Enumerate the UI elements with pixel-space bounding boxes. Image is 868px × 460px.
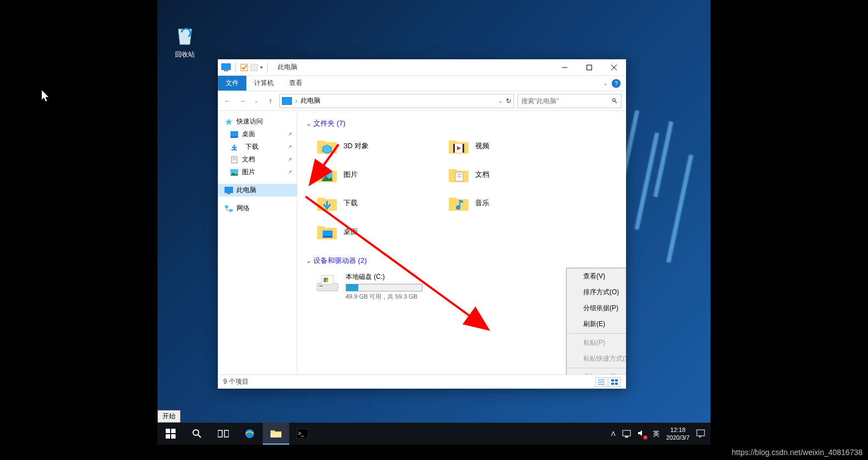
context-menu-add-network[interactable]: 添加一个网络位置(L) bbox=[567, 369, 626, 374]
window-title: 此电脑 bbox=[278, 63, 297, 72]
drive-space-bar bbox=[346, 284, 422, 291]
navigation-sidebar: 快速访问 桌面 📌︎ 下载 📌︎ 文档 📌︎ bbox=[218, 111, 297, 374]
svg-rect-52 bbox=[218, 430, 222, 437]
taskbar-clock[interactable]: 12:18 2020/3/7 bbox=[666, 426, 690, 442]
taskbar-ie-button[interactable] bbox=[236, 423, 263, 445]
ribbon-collapse-icon[interactable]: ⌄ bbox=[603, 80, 607, 86]
svg-line-51 bbox=[198, 435, 201, 437]
task-view-button[interactable] bbox=[210, 423, 236, 445]
minimize-button[interactable] bbox=[552, 59, 577, 76]
sidebar-item-this-pc[interactable]: 此电脑 bbox=[218, 184, 297, 197]
folder-3d-objects[interactable]: 3D 对象 bbox=[314, 133, 424, 159]
svg-rect-58 bbox=[623, 430, 630, 436]
checkbox-icon[interactable] bbox=[240, 64, 248, 71]
folder-icon bbox=[316, 135, 338, 157]
drive-name: 本地磁盘 (C:) bbox=[346, 272, 422, 282]
dropdown-icon[interactable] bbox=[250, 64, 258, 71]
desktop-icon bbox=[230, 130, 239, 139]
search-box[interactable]: 🔍︎ bbox=[517, 94, 622, 108]
context-menu-view[interactable]: 查看(V)› bbox=[567, 268, 626, 284]
sidebar-label: 文档 bbox=[242, 155, 255, 164]
titlebar[interactable]: ▾ 此电脑 bbox=[218, 59, 626, 76]
svg-rect-28 bbox=[323, 236, 332, 238]
folder-label: 音乐 bbox=[475, 198, 489, 208]
search-button[interactable] bbox=[184, 423, 210, 445]
folder-pictures[interactable]: 图片 bbox=[314, 161, 424, 188]
picture-icon bbox=[230, 168, 239, 177]
folder-desktop[interactable]: 桌面 bbox=[314, 218, 424, 245]
address-bar[interactable]: › 此电脑 ⌄ ↻ bbox=[279, 94, 514, 108]
taskbar-explorer-button[interactable] bbox=[263, 423, 289, 445]
sidebar-item-pictures[interactable]: 图片 📌︎ bbox=[218, 166, 297, 178]
network-tray-icon[interactable] bbox=[622, 430, 631, 437]
context-menu: 查看(V)› 排序方式(O)› 分组依据(P)› 刷新(E) 粘贴(P) 粘贴快… bbox=[566, 268, 626, 374]
context-menu-sort[interactable]: 排序方式(O)› bbox=[567, 284, 626, 300]
svg-rect-36 bbox=[326, 280, 328, 282]
recycle-bin-desktop-icon[interactable]: 回收站 bbox=[168, 25, 201, 59]
sidebar-item-downloads[interactable]: 下载 📌︎ bbox=[218, 141, 297, 153]
search-input[interactable] bbox=[521, 97, 611, 105]
watermark-text: https://blog.csdn.net/weixin_40816738 bbox=[732, 448, 863, 457]
content-area[interactable]: 文件夹 (7) 3D 对象 视频 图片 bbox=[297, 111, 626, 374]
svg-rect-0 bbox=[222, 64, 230, 70]
action-center-icon[interactable] bbox=[696, 429, 705, 438]
nav-forward-button[interactable]: → bbox=[236, 96, 247, 106]
svg-rect-34 bbox=[326, 278, 328, 280]
folder-label: 文档 bbox=[475, 170, 489, 179]
folder-label: 图片 bbox=[343, 170, 358, 179]
refresh-button[interactable]: ↻ bbox=[506, 97, 511, 105]
ime-indicator[interactable]: 英 bbox=[653, 429, 660, 439]
sidebar-item-quick-access[interactable]: 快速访问 bbox=[218, 115, 297, 128]
context-menu-separator bbox=[569, 368, 626, 368]
folder-icon bbox=[316, 192, 338, 214]
folder-videos[interactable]: 视频 bbox=[446, 133, 555, 159]
tab-file[interactable]: 文件 bbox=[218, 76, 246, 91]
search-icon[interactable]: 🔍︎ bbox=[611, 97, 618, 105]
svg-rect-35 bbox=[324, 280, 326, 282]
volume-tray-icon[interactable]: × bbox=[638, 429, 646, 439]
sidebar-label: 图片 bbox=[242, 167, 255, 177]
tray-expand-icon[interactable]: ᐱ bbox=[611, 430, 616, 437]
qat-dropdown-icon[interactable]: ▾ bbox=[260, 64, 263, 70]
context-menu-refresh[interactable]: 刷新(E) bbox=[567, 316, 626, 332]
start-button[interactable] bbox=[157, 423, 184, 445]
folder-label: 桌面 bbox=[343, 227, 358, 237]
folders-grid: 3D 对象 视频 图片 文档 bbox=[314, 133, 617, 245]
breadcrumb-current[interactable]: 此电脑 bbox=[301, 96, 320, 105]
folder-music[interactable]: 音乐 bbox=[446, 190, 555, 216]
address-dropdown-icon[interactable]: ⌄ bbox=[498, 98, 503, 104]
nav-up-button[interactable]: ↑ bbox=[265, 96, 276, 106]
explorer-window: ▾ 此电脑 文件 计算机 查看 ⌄ ? ← → ⌄ ↑ bbox=[218, 59, 626, 389]
status-bar: 9 个项目 bbox=[218, 374, 626, 389]
folders-section-header[interactable]: 文件夹 (7) bbox=[306, 119, 617, 128]
sidebar-item-documents[interactable]: 文档 📌︎ bbox=[218, 153, 297, 166]
tab-computer[interactable]: 计算机 bbox=[246, 76, 281, 91]
taskbar-cmd-button[interactable]: >_ bbox=[289, 423, 315, 445]
folder-documents[interactable]: 文档 bbox=[446, 161, 555, 188]
nav-back-button[interactable]: ← bbox=[222, 96, 233, 106]
folder-downloads[interactable]: 下载 bbox=[314, 190, 424, 216]
context-menu-group[interactable]: 分组依据(P)› bbox=[567, 300, 626, 316]
navigation-bar: ← → ⌄ ↑ › 此电脑 ⌄ ↻ 🔍︎ bbox=[218, 91, 626, 111]
view-details-button[interactable] bbox=[595, 377, 607, 387]
nav-history-dropdown[interactable]: ⌄ bbox=[251, 96, 262, 106]
svg-rect-60 bbox=[697, 430, 704, 436]
svg-text:>_: >_ bbox=[298, 430, 305, 436]
help-icon[interactable]: ? bbox=[612, 79, 621, 88]
taskbar: >_ ᐱ × 英 12:18 2020/3/7 bbox=[157, 423, 711, 445]
svg-rect-42 bbox=[611, 383, 614, 385]
pin-icon: 📌︎ bbox=[287, 131, 292, 137]
svg-rect-5 bbox=[587, 65, 591, 70]
sidebar-label: 网络 bbox=[236, 204, 250, 213]
svg-rect-16 bbox=[227, 193, 230, 194]
view-large-icons-button[interactable] bbox=[608, 377, 621, 387]
svg-rect-53 bbox=[224, 430, 229, 437]
drives-section-header[interactable]: 设备和驱动器 (2) bbox=[306, 256, 617, 266]
breadcrumb-separator-icon: › bbox=[295, 97, 297, 105]
sidebar-item-desktop[interactable]: 桌面 📌︎ bbox=[218, 128, 297, 141]
start-tooltip: 开始 bbox=[157, 410, 181, 423]
close-button[interactable] bbox=[601, 59, 626, 76]
tab-view[interactable]: 查看 bbox=[281, 76, 310, 91]
sidebar-item-network[interactable]: 网络 bbox=[218, 202, 297, 215]
maximize-button[interactable] bbox=[577, 59, 601, 76]
